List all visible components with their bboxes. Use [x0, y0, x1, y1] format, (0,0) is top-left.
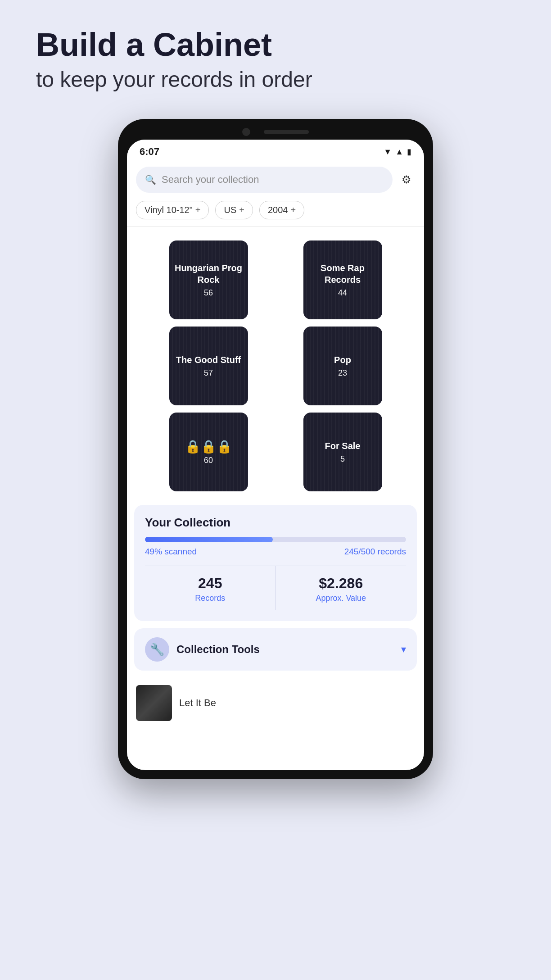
progress-bar-fill [145, 537, 273, 542]
cabinet-card-goodstuff-count: 57 [204, 368, 213, 378]
cabinet-card-forsale[interactable]: For Sale 5 [303, 413, 382, 491]
album-thumb-inner [136, 685, 172, 721]
cabinet-card-locked-count: 60 [204, 456, 213, 465]
status-icons: ▼ ▲ ▮ [384, 147, 411, 157]
tools-left: 🔧 Collection Tools [145, 637, 260, 662]
filter-button[interactable]: ⚙ [398, 170, 415, 190]
search-icon: 🔍 [145, 174, 156, 185]
page-title: Build a Cabinet [36, 27, 515, 63]
cabinet-card-rap[interactable]: Some Rap Records 44 [303, 240, 382, 319]
collection-tools-section[interactable]: 🔧 Collection Tools ▾ [134, 628, 417, 671]
stat-records: 245 Records [145, 566, 276, 610]
stat-value-label: Approx. Value [316, 594, 366, 603]
page-header: Build a Cabinet to keep your records in … [0, 27, 551, 119]
cabinet-card-goodstuff[interactable]: The Good Stuff 57 [169, 327, 248, 405]
collection-section: Your Collection 49% scanned 245/500 reco… [134, 505, 417, 621]
chip-us[interactable]: US + [215, 201, 253, 219]
status-time: 6:07 [140, 146, 159, 158]
stat-value-number: $2.286 [319, 575, 363, 592]
stat-records-number: 245 [198, 575, 222, 592]
cabinet-card-rap-count: 44 [338, 288, 347, 298]
cabinet-card-goodstuff-name: The Good Stuff [176, 354, 241, 366]
cabinet-card-hungarian-name: Hungarian Prog Rock [169, 262, 248, 286]
phone-screen: 6:07 ▼ ▲ ▮ 🔍 Search your collection ⚙ Vi… [127, 140, 424, 770]
stats-row: 245 Records $2.286 Approx. Value [145, 566, 406, 610]
chevron-down-icon: ▾ [401, 644, 406, 655]
chip-year-label: 2004 [268, 205, 288, 215]
album-preview-title: Let It Be [179, 697, 216, 709]
cabinet-card-hungarian-count: 56 [204, 288, 213, 298]
battery-icon: ▮ [407, 147, 411, 157]
camera-dot [242, 128, 250, 136]
signal-icon: ▲ [395, 147, 403, 157]
progress-label-records: 245/500 records [344, 547, 406, 557]
chip-vinyl[interactable]: Vinyl 10-12" + [136, 201, 209, 219]
album-thumbnail [136, 685, 172, 721]
cabinet-card-rap-name: Some Rap Records [303, 262, 382, 286]
chip-us-plus: + [239, 205, 244, 215]
cabinet-card-locked-emoji: 🔒🔒🔒 [185, 439, 232, 454]
search-bar[interactable]: 🔍 Search your collection [136, 167, 393, 193]
wrench-icon: 🔧 [150, 643, 164, 657]
progress-bar-background [145, 537, 406, 542]
progress-labels: 49% scanned 245/500 records [145, 547, 406, 557]
cabinet-card-forsale-count: 5 [340, 454, 345, 464]
collection-title: Your Collection [145, 516, 406, 530]
chip-vinyl-plus: + [195, 205, 201, 215]
phone-speaker [264, 130, 309, 134]
cabinet-card-pop-count: 23 [338, 368, 347, 378]
chip-year-plus: + [290, 205, 296, 215]
search-divider [127, 227, 424, 227]
phone-notch [127, 128, 424, 136]
stat-records-label: Records [195, 594, 225, 603]
wifi-icon: ▼ [384, 147, 392, 157]
search-placeholder: Search your collection [162, 174, 259, 186]
chip-year[interactable]: 2004 + [259, 201, 304, 219]
tools-label: Collection Tools [176, 643, 260, 656]
cabinet-card-locked[interactable]: 🔒🔒🔒 60 [169, 413, 248, 491]
cabinet-card-forsale-name: For Sale [325, 440, 361, 452]
filter-chips: Vinyl 10-12" + US + 2004 + [127, 197, 424, 227]
cabinet-card-pop[interactable]: Pop 23 [303, 327, 382, 405]
cabinet-card-hungarian[interactable]: Hungarian Prog Rock 56 [169, 240, 248, 319]
chip-vinyl-label: Vinyl 10-12" [145, 205, 193, 215]
bottom-preview: Let It Be [127, 678, 424, 728]
cabinet-grid: Hungarian Prog Rock 56 Some Rap Records … [127, 236, 424, 505]
cabinet-card-pop-name: Pop [334, 354, 351, 366]
search-container: 🔍 Search your collection ⚙ [127, 162, 424, 197]
phone-frame: 6:07 ▼ ▲ ▮ 🔍 Search your collection ⚙ Vi… [118, 119, 433, 779]
chip-us-label: US [224, 205, 236, 215]
status-bar: 6:07 ▼ ▲ ▮ [127, 140, 424, 162]
stat-value: $2.286 Approx. Value [276, 566, 406, 610]
tools-icon: 🔧 [145, 637, 169, 662]
progress-label-scanned: 49% scanned [145, 547, 197, 557]
page-subtitle: to keep your records in order [36, 67, 515, 92]
